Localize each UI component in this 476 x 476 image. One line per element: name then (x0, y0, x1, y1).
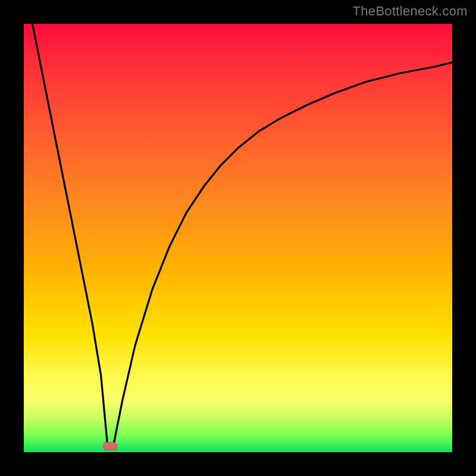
chart-frame: TheBottleneck.com (0, 0, 476, 476)
plot-area (24, 24, 452, 452)
bottleneck-curve (24, 24, 452, 452)
watermark-text: TheBottleneck.com (353, 4, 468, 19)
minimum-marker (103, 442, 117, 450)
